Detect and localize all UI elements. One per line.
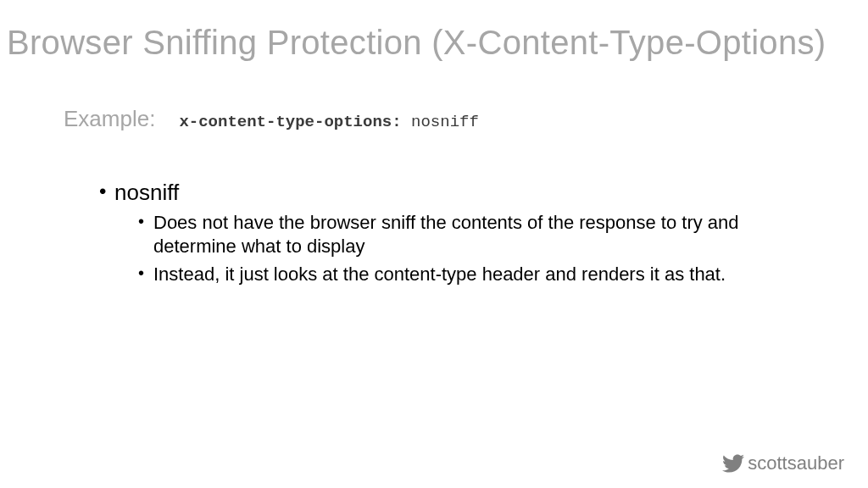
header-value: nosniff	[411, 113, 479, 131]
bullet-l1-text: nosniff	[114, 180, 179, 205]
bullet-l2-a: Does not have the browser sniff the cont…	[138, 211, 782, 258]
footer-handle: scottsauber	[722, 452, 844, 474]
slide-title: Browser Sniffing Protection (X-Content-T…	[0, 0, 868, 62]
bullet-l1: nosniff Does not have the browser sniff …	[99, 180, 868, 286]
bullet-l2-b: Instead, it just looks at the content-ty…	[138, 263, 782, 286]
example-label: Example:	[64, 106, 155, 132]
twitter-handle-text: scottsauber	[748, 452, 844, 474]
bullet-list: nosniff Does not have the browser sniff …	[64, 132, 868, 286]
header-name: x-content-type-options:	[179, 113, 401, 131]
twitter-icon	[722, 452, 744, 474]
code-sample: x-content-type-options: nosniff	[179, 113, 478, 131]
slide-content: Example: x-content-type-options: nosniff…	[0, 62, 868, 286]
example-line: Example: x-content-type-options: nosniff	[64, 106, 868, 132]
bullet-l2-list: Does not have the browser sniff the cont…	[114, 206, 868, 286]
